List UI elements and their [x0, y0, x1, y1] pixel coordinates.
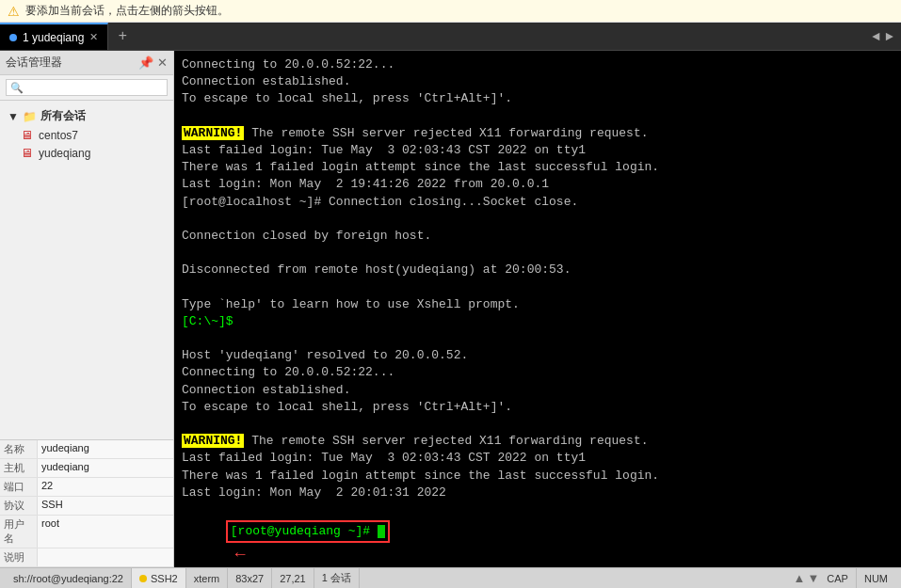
- status-session: sh://root@yudeqiang:22: [6, 568, 132, 588]
- session-info-panel: 名称 yudeqiang 主机 yudeqiang 端口 22 协议 SSH 用…: [0, 439, 173, 567]
- term-line-2: Connection established.: [182, 73, 893, 90]
- tab-close-icon[interactable]: ✕: [89, 31, 98, 43]
- tab-bar: 1 yudeqiang ✕ + ◄ ►: [0, 23, 901, 51]
- sidebar-search-area: [0, 75, 173, 101]
- term-line-26: Last login: Mon May 2 20:01:31 2022: [182, 485, 893, 501]
- tab-dot: [9, 34, 17, 41]
- pin-icon[interactable]: 📌: [138, 56, 153, 70]
- status-bar: sh://root@yudeqiang:22 SSH2 xterm 83x27 …: [0, 567, 901, 588]
- info-value-host: yudeqiang: [38, 459, 93, 477]
- item-label-centos7: centos7: [39, 129, 78, 142]
- cursor-block: [378, 525, 385, 538]
- term-line-8: Last login: Mon May 2 19:41:26 2022 from…: [182, 176, 893, 193]
- add-icon: +: [118, 28, 127, 45]
- info-row-username: 用户名 root: [0, 516, 173, 548]
- notification-text: 要添加当前会话，点击左侧的箭头按钮。: [25, 3, 229, 19]
- warning-badge-2: WARNING!: [182, 434, 244, 448]
- status-encoding: xterm: [186, 568, 229, 588]
- ssh-dot-icon: [139, 575, 147, 582]
- status-cap: CAP: [819, 568, 857, 588]
- term-line-20: Connection established.: [182, 382, 893, 399]
- session-path: sh://root@yudeqiang:22: [13, 573, 123, 584]
- search-input[interactable]: [6, 79, 168, 96]
- info-label-port: 端口: [0, 478, 38, 496]
- term-line-9: [root@localhost ~]# Connection closing..…: [182, 194, 893, 211]
- status-nav-arrows: ▲ ▼: [794, 571, 820, 585]
- term-line-11: Connection closed by foreign host.: [182, 228, 893, 245]
- sessions-count-label: 1 会话: [322, 571, 351, 585]
- cap-label: CAP: [827, 573, 848, 584]
- term-line-16: [C:\~]$: [182, 313, 893, 330]
- group-label: 所有会话: [40, 108, 86, 124]
- info-label-name: 名称: [0, 440, 38, 458]
- sidebar: 会话管理器 📌 ✕ ▼ 📁 所有会话 🖥 centos7: [0, 51, 174, 567]
- tab-yudeqiang[interactable]: 1 yudeqiang ✕: [0, 23, 108, 50]
- sidebar-header-icons: 📌 ✕: [138, 56, 168, 70]
- info-label-note: 说明: [0, 548, 38, 566]
- tab-nav-arrows: ◄ ►: [864, 23, 901, 50]
- notification-bar: ⚠ 要添加当前会话，点击左侧的箭头按钮。: [0, 0, 901, 23]
- warning-arrow-icon: ⚠: [8, 4, 20, 19]
- main-area: 会话管理器 📌 ✕ ▼ 📁 所有会话 🖥 centos7: [0, 51, 901, 567]
- term-line-5: WARNING! The remote SSH server rejected …: [182, 125, 893, 142]
- item-label-yudeqiang: yudeqiang: [39, 147, 90, 160]
- info-label-host: 主机: [0, 459, 38, 477]
- sidebar-item-centos7[interactable]: 🖥 centos7: [6, 126, 168, 144]
- tree-group-header[interactable]: ▼ 📁 所有会话: [6, 106, 168, 126]
- info-row-port: 端口 22: [0, 478, 173, 497]
- term-line-15: Type `help' to learn how to use Xshell p…: [182, 296, 893, 313]
- term-line-18: Host 'yudeqiang' resolved to 20.0.0.52.: [182, 347, 893, 364]
- info-label-username: 用户名: [0, 516, 38, 548]
- sidebar-header: 会话管理器 📌 ✕: [0, 51, 173, 75]
- info-row-protocol: 协议 SSH: [0, 497, 173, 516]
- add-tab-button[interactable]: +: [108, 23, 137, 50]
- cursor-pos-label: 27,21: [280, 573, 306, 584]
- tab-label: 1 yudeqiang: [23, 31, 84, 44]
- info-value-note: [38, 548, 45, 566]
- status-dimensions: 83x27: [228, 568, 272, 588]
- status-num: NUM: [857, 568, 895, 588]
- info-value-protocol: SSH: [38, 497, 67, 515]
- chevron-down-icon: ▼: [8, 110, 19, 123]
- term-line-22: [182, 416, 893, 433]
- nav-right-icon[interactable]: ►: [886, 29, 893, 44]
- tree-group-all-sessions: ▼ 📁 所有会话 🖥 centos7 🖥 yudeqiang: [0, 104, 173, 164]
- info-value-name: yudeqiang: [38, 440, 93, 458]
- status-sessions-count: 1 会话: [314, 568, 360, 588]
- protocol-label: SSH2: [151, 573, 178, 584]
- term-line-24: Last failed login: Tue May 3 02:03:43 CS…: [182, 450, 893, 467]
- info-value-username: root: [38, 516, 63, 548]
- term-line-10: [182, 211, 893, 228]
- status-down-icon[interactable]: ▼: [807, 571, 819, 585]
- warning-badge-1: WARNING!: [182, 126, 244, 140]
- info-value-port: 22: [38, 478, 56, 496]
- info-row-name: 名称 yudeqiang: [0, 440, 173, 459]
- info-row-host: 主机 yudeqiang: [0, 459, 173, 478]
- sidebar-title: 会话管理器: [6, 55, 62, 71]
- active-prompt: [root@yudeqiang ~]#: [226, 520, 390, 543]
- term-line-12: [182, 245, 893, 262]
- status-up-icon[interactable]: ▲: [794, 571, 806, 585]
- encoding-label: xterm: [194, 573, 220, 584]
- status-cursor: 27,21: [272, 568, 314, 588]
- term-line-23: WARNING! The remote SSH server rejected …: [182, 433, 893, 450]
- terminal[interactable]: Connecting to 20.0.0.52:22... Connection…: [174, 51, 901, 567]
- info-row-note: 说明: [0, 548, 173, 567]
- term-line-19: Connecting to 20.0.0.52:22...: [182, 364, 893, 381]
- server-icon-centos7: 🖥: [21, 128, 33, 142]
- term-line-25: There was 1 failed login attempt since t…: [182, 468, 893, 485]
- term-line-7: There was 1 failed login attempt since t…: [182, 159, 893, 176]
- sidebar-close-icon[interactable]: ✕: [157, 56, 168, 70]
- term-line-6: Last failed login: Tue May 3 02:03:43 CS…: [182, 142, 893, 159]
- term-line-4: [182, 108, 893, 125]
- num-label: NUM: [864, 573, 888, 584]
- term-line-3: To escape to local shell, press 'Ctrl+Al…: [182, 90, 893, 107]
- info-label-protocol: 协议: [0, 497, 38, 515]
- session-tree: ▼ 📁 所有会话 🖥 centos7 🖥 yudeqiang: [0, 101, 173, 439]
- sidebar-item-yudeqiang[interactable]: 🖥 yudeqiang: [6, 144, 168, 162]
- term-line-21: To escape to local shell, press 'Ctrl+Al…: [182, 399, 893, 416]
- nav-left-icon[interactable]: ◄: [872, 29, 879, 44]
- annotation-arrow: ←: [235, 545, 246, 564]
- term-line-13: Disconnected from remote host(yudeqiang)…: [182, 262, 893, 278]
- term-prompt-line: [root@yudeqiang ~]# ←: [182, 503, 893, 567]
